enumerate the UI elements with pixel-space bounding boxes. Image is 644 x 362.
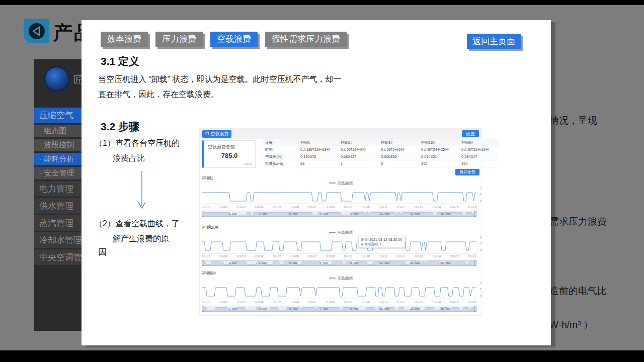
table-row: 时间0天18时25分58秒0天0时11分9秒0天0时0分9秒0天4时34分22秒… [262,146,499,153]
panel-icon: ❐ [205,132,209,136]
tab-1[interactable]: 压力浪费 [155,32,203,47]
datazoom-handle-right[interactable] [474,260,476,266]
x-tick-label: 03-05 [273,300,281,304]
datazoom-label: 15. Mar [440,261,450,264]
dashboard-screenshot: ❐空载浪费 设置 空载浪费总数: 785.0 kW·h 设备神钢1神钢2#神钢3… [199,128,482,316]
datazoom-slider[interactable]: 1. Mar3. Mar5. Mar7. Mar9. Mar11. Mar13.… [202,260,476,266]
datazoom-label: 1. Mar [228,307,237,310]
table-header-row: 设备神钢1神钢2#神钢3#神钢10#神钢9# [262,139,499,146]
x-tick-label: 03-06 [291,300,299,304]
datazoom-label: 13. Mar [410,261,420,264]
sidebar-item-4[interactable]: - 安全管理 [34,167,86,179]
table-cell: 68 [297,160,338,167]
datazoom-handle-left[interactable] [202,306,204,312]
chart-tooltip: 时间:2021-03-12 08:30:00空载曲线:1 [358,236,405,248]
device-table: 设备神钢1神钢2#神钢3#神钢10#神钢9#时间0天18时25分58秒0天0时1… [262,139,499,167]
datazoom-handle-right[interactable] [474,306,476,312]
desktop-background: 产品 匠 压缩空气- 组态图- 波段控制- 能耗分析- 安全管理电力管理供水管理… [0,5,644,350]
x-tick-label: 03-12 [397,254,406,258]
datazoom-label: 13. Mar [410,307,420,310]
datazoom-shadow [202,308,476,312]
step-2-line-2: 解产生浪费的原 [113,234,169,244]
settings-button[interactable]: 设置 [462,130,479,137]
return-home-button[interactable]: 返回主页面 [467,34,521,49]
datazoom-handle-left[interactable] [202,211,204,217]
table-cell: 0天0时0分9秒 [378,146,418,153]
table-header-cell: 神钢2# [338,139,378,146]
datazoom-label: 3. Mar [259,307,267,310]
table-cell: 0.000336 [378,153,418,160]
x-tick-label: 03-03 [237,205,246,209]
chart-plot-area: 210时间:2021-03-12 08:30:00空载曲线:1 [202,235,476,252]
step-1-line-2: 浪费占比 [113,153,145,164]
table-cell: 364 [458,160,499,167]
sidebar-item-1[interactable]: - 组态图 [34,125,86,137]
table-cell: 0天4时25分19秒 [458,146,499,153]
sidebar-item-6[interactable]: 供水管理 [34,198,86,214]
x-tick-label: 03-06 [291,254,299,258]
datazoom-label: 9. Mar [350,307,359,310]
x-tick-label: 03-13 [415,254,423,258]
datazoom-label: 15. Mar [440,212,450,215]
x-tick-label: 03-07 [308,300,317,304]
background-text-4: W·h/m³ ） [549,318,593,331]
x-tick-label: 03-11 [379,300,387,304]
step-2-line-3: 因 [99,247,107,258]
down-arrow-icon [136,170,148,210]
table-header-cell: 神钢3# [378,139,418,146]
sidebar-item-5[interactable]: 电力管理 [34,181,86,197]
table-header-cell: 设备 [262,139,297,146]
tab-3[interactable]: 假性需求压力浪费 [265,32,347,47]
chart-legend: 空载曲线 [200,276,482,281]
sidebar-item-9[interactable]: 中央空调管理 [34,249,86,265]
chart-legend: 空载曲线 [200,180,482,186]
tab-0[interactable]: 效率浪费 [101,32,148,47]
y-tick-label: 1 [480,193,481,196]
x-tick-label: 03-15 [450,205,459,209]
dashboard-title-text: 空载浪费 [210,131,228,136]
section-title-definition: 3.1 定义 [101,54,139,68]
tab-2[interactable]: 空载浪费 [210,32,258,47]
datazoom-label: 3. Mar [259,261,267,264]
chart-block-2: 神钢9#空载曲线21003-0103-0203-0303-0403-0503-0… [200,270,482,314]
legend-label: 空载曲线 [337,276,353,281]
table-header-cell: 神钢1 [297,139,338,146]
datazoom-slider[interactable]: 1. Mar3. Mar5. Mar7. Mar9. Mar11. Mar13.… [202,211,476,217]
back-button[interactable] [24,19,49,43]
x-tick-label: 03-10 [362,300,370,304]
datazoom-handle-left[interactable] [202,260,204,266]
x-tick-label: 03-08 [326,205,335,209]
x-tick-label: 03-02 [219,205,228,209]
x-tick-label: 03-08 [326,254,335,258]
datazoom-handle-right[interactable] [474,211,476,217]
y-tick-label: 2 [480,281,481,284]
sidebar-item-7[interactable]: 蒸汽管理 [34,215,86,231]
datazoom-label: 9. Mar [350,212,359,215]
table-cell: 0天4时34分22秒 [418,146,458,153]
x-tick-label: 03-16 [468,300,476,304]
x-tick-label: 03-11 [379,205,387,209]
y-tick-label: 0 [480,249,481,252]
sidebar-item-2[interactable]: - 波段控制 [34,139,86,151]
legend-line-icon [329,183,336,184]
overlay-panel: 效率浪费压力浪费空载浪费假性需求压力浪费 返回主页面 3.1 定义 当空压机进入… [82,20,551,345]
datazoom-slider[interactable]: 1. Mar3. Mar5. Mar7. Mar9. Mar11. Mar13.… [202,306,476,312]
background-text-1: 情况，呈现 [549,114,597,127]
table-header-cell: 神钢10# [418,139,458,146]
datazoom-label: 11. Mar [380,212,390,215]
table-row: 电量(kw·h)6810352364 [262,160,499,167]
sidebar-item-0[interactable]: 压缩空气 [34,108,86,123]
sidebar-item-3[interactable]: - 能耗分析 [34,153,86,165]
x-tick-label: 03-03 [237,300,246,304]
x-tick-label: 03-12 [397,205,406,209]
tooltip-time: 时间:2021-03-12 08:30:00 [361,237,402,242]
sidebar-item-8[interactable]: 冷却水管理 [34,232,86,248]
x-axis-labels: 03-0103-0203-0303-0403-0503-0603-0703-08… [202,204,476,209]
legend-line-icon [329,278,336,279]
datazoom-label: 15. Mar [440,307,450,310]
datazoom-shadow [202,213,476,217]
x-tick-label: 03-12 [397,300,406,304]
x-tick-label: 03-05 [273,254,281,258]
x-tick-label: 03-13 [415,205,423,209]
back-arrow-icon [28,22,46,40]
